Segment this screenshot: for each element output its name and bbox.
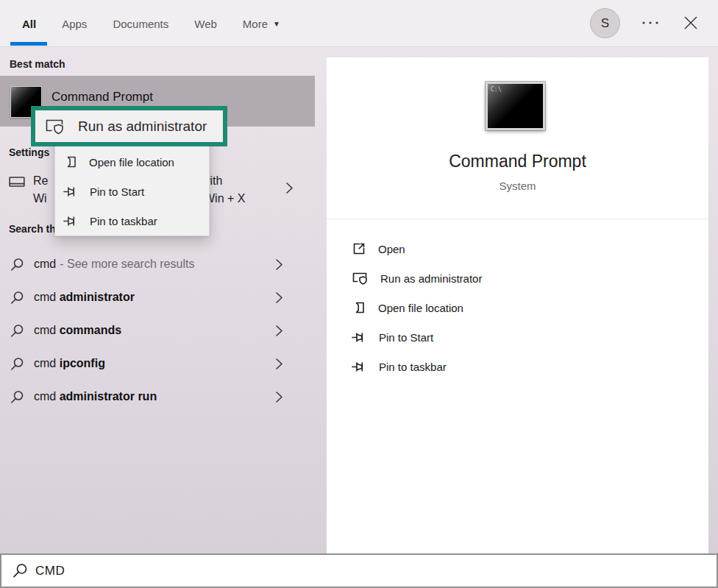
chevron-right-icon: [285, 182, 294, 194]
more-options-button[interactable]: [641, 18, 659, 28]
tab-more-label: More: [243, 18, 268, 30]
pin-icon: [63, 216, 79, 227]
action-label: Open file location: [378, 302, 463, 314]
suggestion-row[interactable]: cmd administrator: [0, 283, 309, 312]
run-as-administrator-icon: [45, 118, 65, 135]
search-icon: [10, 324, 24, 338]
menu-item-label: Open file location: [89, 156, 174, 169]
tab-apps[interactable]: Apps: [62, 18, 87, 30]
suggestion-text: cmd commands: [34, 324, 121, 337]
action-label: Run as administrator: [380, 272, 482, 285]
command-prompt-icon-large: C:\: [486, 82, 545, 130]
menu-item-label: Pin to Start: [90, 185, 144, 198]
chevron-right-icon: [275, 258, 283, 271]
action-pin-to-start[interactable]: Pin to Start: [327, 322, 708, 352]
windows-search-flyout: All Apps Documents Web More ▼ S Best mat…: [0, 0, 718, 588]
preview-subtitle: System: [327, 180, 708, 192]
search-icon: [13, 563, 28, 578]
settings-result-text-fragment: Wi: [33, 192, 47, 205]
ellipsis-icon: [641, 20, 659, 26]
action-run-as-administrator[interactable]: Run as administrator: [327, 263, 708, 293]
suggestion-row[interactable]: cmd ipconfig: [0, 349, 309, 378]
action-label: Pin to taskbar: [379, 361, 447, 373]
tab-web[interactable]: Web: [194, 18, 217, 30]
open-icon: [352, 241, 366, 256]
pin-icon: [63, 186, 79, 197]
best-match-header: Best match: [10, 58, 65, 70]
tab-documents[interactable]: Documents: [113, 18, 168, 30]
preview-panel: C:\ Command Prompt System Open Run as ad…: [327, 57, 708, 553]
menu-item-run-as-administrator[interactable]: Run as administrator: [78, 118, 207, 135]
suggestion-row[interactable]: cmd administrator run: [0, 382, 309, 411]
settings-header: Settings: [9, 146, 49, 158]
search-filter-bar: All Apps Documents Web More ▼ S: [0, 0, 718, 47]
search-icon: [10, 258, 24, 272]
suggestion-text: cmd administrator run: [34, 390, 157, 403]
divider: [327, 219, 708, 219]
action-label: Pin to Start: [379, 331, 433, 344]
best-match-title: Command Prompt: [51, 90, 153, 105]
action-pin-to-taskbar[interactable]: Pin to taskbar: [327, 352, 708, 381]
search-icon: [10, 291, 24, 305]
avatar[interactable]: S: [590, 8, 620, 38]
search-bar: [0, 553, 718, 588]
tab-all[interactable]: All: [22, 18, 36, 30]
settings-result-text-fragment: Win + X: [204, 192, 245, 205]
run-as-administrator-icon: [352, 271, 369, 286]
menu-item-open-file-location[interactable]: Open file location: [55, 147, 209, 177]
active-tab-underline: [10, 42, 47, 46]
window-icon: [9, 176, 25, 189]
preview-actions: Open Run as administrator Open file loca…: [327, 234, 708, 381]
suggestion-text: cmd administrator: [34, 291, 135, 304]
action-label: Open: [378, 243, 405, 255]
search-input[interactable]: [35, 555, 668, 587]
open-file-location-icon: [63, 155, 78, 169]
suggestion-text: cmd ipconfig: [34, 357, 105, 370]
menu-item-pin-to-start[interactable]: Pin to Start: [55, 177, 209, 206]
action-open[interactable]: Open: [327, 234, 708, 263]
command-prompt-icon-text: C:\: [491, 86, 501, 93]
chevron-right-icon: [275, 291, 283, 304]
search-suggestions: cmd- See more search results cmd adminis…: [0, 249, 309, 415]
suggestion-text: cmd- See more search results: [34, 258, 194, 271]
chevron-down-icon: ▼: [273, 20, 280, 28]
close-button[interactable]: [681, 13, 700, 33]
suggestion-row[interactable]: cmd- See more search results: [0, 249, 309, 279]
close-icon: [683, 15, 699, 31]
suggestion-row[interactable]: cmd commands: [0, 316, 309, 345]
search-icon: [10, 390, 24, 404]
pin-icon: [352, 332, 367, 343]
action-open-file-location[interactable]: Open file location: [327, 293, 708, 322]
preview-title: Command Prompt: [327, 152, 708, 171]
menu-item-label: Pin to taskbar: [90, 215, 157, 227]
settings-result-text-fragment: Re: [33, 174, 48, 188]
search-icon: [10, 357, 24, 371]
annotation-highlight-box: Run as administrator: [31, 106, 227, 146]
chevron-right-icon: [275, 391, 283, 403]
chevron-right-icon: [275, 325, 283, 337]
pin-icon: [352, 361, 367, 372]
tab-more[interactable]: More ▼: [243, 18, 280, 30]
open-file-location-icon: [352, 300, 366, 315]
filter-tabs: All Apps Documents Web More ▼: [22, 0, 280, 47]
menu-item-pin-to-taskbar[interactable]: Pin to taskbar: [55, 206, 209, 235]
chevron-right-icon: [275, 358, 283, 370]
